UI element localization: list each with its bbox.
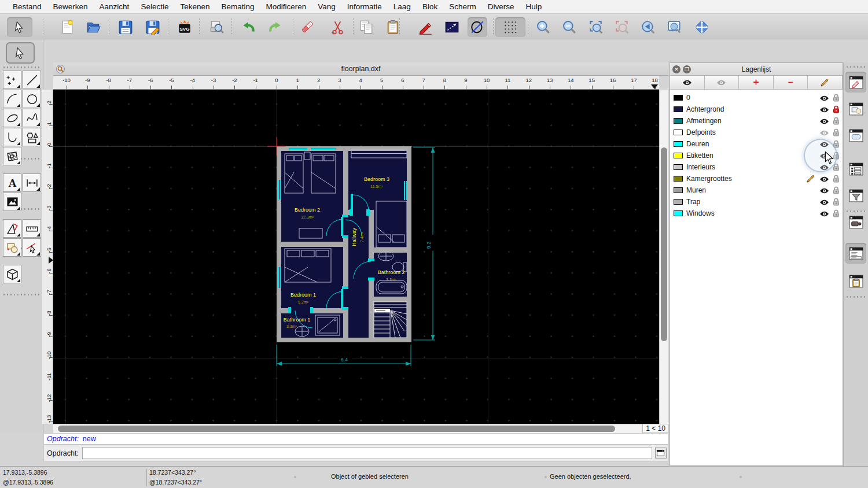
zoom-window-button[interactable] (665, 17, 685, 37)
layer-row-windows[interactable]: Windows (670, 208, 843, 219)
delete-button[interactable] (297, 17, 317, 37)
layer-row-trap[interactable]: Trap (670, 196, 843, 208)
copy-button[interactable] (356, 17, 376, 37)
circle-tool-button[interactable] (23, 90, 41, 108)
layer-lock-toggle[interactable] (833, 94, 840, 104)
menu-blok[interactable]: Blok (417, 0, 443, 14)
layer-row-kamergroottes[interactable]: Kamergroottes (670, 173, 843, 184)
svg-export-button[interactable]: SVG (175, 17, 194, 37)
layer-lock-toggle[interactable] (833, 117, 840, 127)
arc-tool-button[interactable] (3, 90, 21, 108)
new-file-button[interactable] (57, 17, 77, 37)
edit-layer-button[interactable] (808, 76, 843, 90)
layer-visibility-toggle[interactable] (819, 94, 829, 104)
hatch-tool-button[interactable] (3, 147, 21, 165)
print-preview-button[interactable] (207, 17, 226, 37)
spline-tool-button[interactable] (23, 109, 41, 127)
library-browser-toggle-button[interactable] (845, 125, 866, 146)
cut-button[interactable] (328, 17, 348, 37)
layer-visibility-toggle[interactable] (819, 175, 829, 185)
measure-tool-button[interactable] (23, 219, 41, 238)
hide-all-layers-button[interactable] (705, 76, 740, 90)
image-tool-button[interactable] (3, 193, 21, 211)
command-line-toggle-button[interactable] (845, 243, 866, 264)
add-layer-button[interactable]: ＋ (739, 76, 774, 90)
previous-view-button[interactable] (638, 17, 658, 37)
points-tool-button[interactable] (3, 71, 21, 89)
view-toggle-toggle-button[interactable] (845, 212, 866, 232)
command-input[interactable] (82, 447, 652, 459)
vertical-scrollbar-thumb[interactable] (661, 147, 667, 341)
layer-visibility-toggle[interactable] (819, 186, 829, 197)
menu-bemating[interactable]: Bemating (215, 0, 260, 14)
menu-selectie[interactable]: Selectie (135, 0, 174, 14)
layer-row-afmetingen[interactable]: Afmetingen (670, 115, 843, 127)
polyline-tool-button[interactable] (3, 128, 21, 146)
menu-informatie[interactable]: Informatie (341, 0, 388, 14)
blocks-tool-button[interactable] (3, 238, 21, 257)
menu-diverse[interactable]: Diverse (482, 0, 520, 14)
solid-tool-button[interactable] (3, 265, 21, 283)
distance-button[interactable] (442, 17, 462, 37)
select-button[interactable] (7, 17, 32, 37)
save-button[interactable] (116, 17, 135, 37)
pan-button[interactable] (692, 17, 712, 37)
menu-bewerken[interactable]: Bewerken (47, 0, 94, 14)
save-as-button[interactable] (143, 17, 163, 37)
text-tool-button[interactable]: A (3, 173, 21, 192)
draw-pen-button[interactable] (415, 17, 435, 37)
grid-button[interactable] (495, 17, 525, 37)
show-all-layers-button[interactable] (670, 76, 705, 90)
layer-lock-toggle[interactable] (833, 186, 840, 197)
ellipse-tool-button[interactable] (3, 109, 21, 127)
layer-visibility-toggle[interactable] (819, 198, 829, 208)
layer-visibility-toggle[interactable] (819, 128, 829, 139)
menu-hulp[interactable]: Hulp (520, 0, 547, 14)
drawing-canvas[interactable]: Bedroom 212.3m²Bedroom 311.5m²Hallway7.4… (53, 90, 659, 424)
menu-tekenen[interactable]: Tekenen (174, 0, 215, 14)
layer-lock-toggle[interactable] (833, 175, 840, 185)
layer-row-defpoints[interactable]: Defpoints (670, 127, 843, 138)
open-file-button[interactable] (83, 17, 103, 37)
zoom-in-button[interactable] (534, 17, 553, 37)
vertical-scrollbar[interactable] (659, 90, 668, 424)
selection-tool-button[interactable] (6, 42, 35, 64)
layer-visibility-toggle[interactable] (819, 105, 829, 116)
menu-scherm[interactable]: Scherm (443, 0, 482, 14)
layer-row-achtergrond[interactable]: Achtergrond (670, 103, 843, 115)
horizontal-scrollbar[interactable] (53, 424, 642, 433)
layer-lock-toggle[interactable] (833, 128, 840, 139)
modify-tool-button[interactable] (3, 219, 21, 238)
layer-lock-toggle[interactable] (833, 198, 840, 208)
line-tool-button[interactable] (23, 71, 41, 89)
selection-filter-toggle-button[interactable] (845, 185, 866, 206)
command-window-toggle-button[interactable] (655, 448, 667, 459)
zoom-selection-button[interactable] (612, 17, 632, 37)
layer-visibility-toggle[interactable] (819, 117, 829, 127)
layer-list-toggle-button[interactable] (845, 158, 866, 179)
dimension-tool-button[interactable] (23, 173, 41, 192)
layer-row-0[interactable]: 0 (670, 92, 843, 103)
clipboard-toggle-button[interactable] (845, 271, 866, 291)
undo-button[interactable] (238, 17, 258, 37)
menu-modificeren[interactable]: Modificeren (260, 0, 312, 14)
paste-button[interactable] (383, 17, 403, 37)
select-entities-tool-button[interactable] (23, 238, 41, 257)
redo-button[interactable] (266, 17, 285, 37)
layer-row-muren[interactable]: Muren (670, 184, 843, 196)
menu-vang[interactable]: Vang (312, 0, 341, 14)
horizontal-scrollbar-thumb[interactable] (58, 426, 615, 432)
menu-aanzicht[interactable]: Aanzicht (94, 0, 135, 14)
restrict-off-button[interactable] (468, 17, 487, 37)
auto-zoom-button[interactable] (586, 17, 606, 37)
layer-lock-toggle[interactable] (833, 209, 840, 220)
block-list-toggle-button[interactable] (845, 98, 866, 119)
layer-lock-toggle[interactable] (833, 105, 840, 116)
property-editor-toggle-button[interactable] (845, 72, 866, 93)
shapes-tool-button[interactable] (23, 128, 41, 146)
remove-layer-button[interactable]: － (774, 76, 808, 90)
layer-visibility-toggle[interactable] (819, 209, 829, 220)
menu-laag[interactable]: Laag (388, 0, 417, 14)
menu-bestand[interactable]: Bestand (7, 0, 47, 14)
zoom-out-button[interactable] (560, 17, 579, 37)
